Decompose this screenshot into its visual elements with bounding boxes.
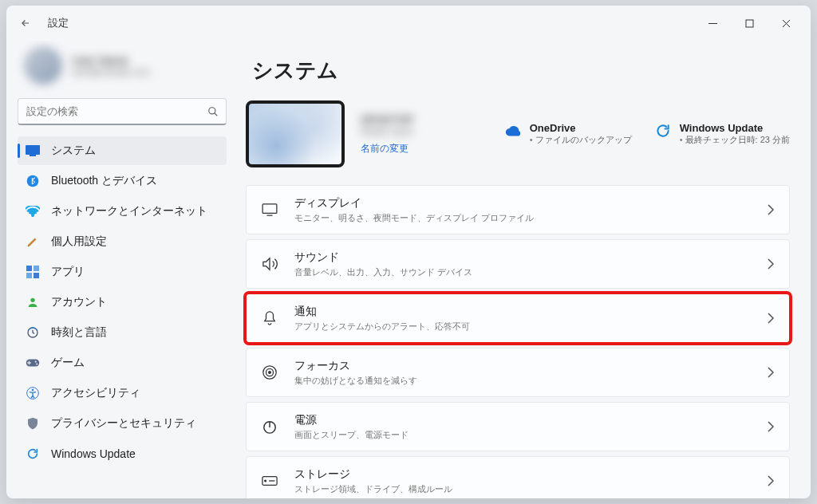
chevron-right-icon (767, 258, 775, 270)
onedrive-card[interactable]: OneDrive ファイルのバックアップ (504, 122, 632, 146)
gaming-icon (26, 356, 40, 370)
card-desc: ストレージ領域、ドライブ、構成ルール (294, 483, 452, 495)
svg-rect-8 (34, 273, 39, 278)
svg-point-9 (30, 298, 34, 302)
focus-icon (261, 364, 278, 381)
search-icon (207, 106, 219, 117)
profile-block[interactable]: User Name user@example.com (18, 41, 227, 90)
svg-point-15 (32, 389, 34, 392)
card-desc: モニター、明るさ、夜間モード、ディスプレイ プロファイル (294, 212, 534, 224)
svg-point-1 (209, 108, 215, 114)
sidebar-item-privacy[interactable]: プライバシーとセキュリティ (18, 409, 227, 438)
chevron-right-icon (767, 421, 775, 432)
content-area: システム DESKTOP Model name 名前の変更 OneDrive フ… (238, 41, 811, 498)
apps-icon (26, 265, 40, 279)
device-model: Model name (361, 126, 414, 137)
onedrive-sub: ファイルのバックアップ (530, 134, 632, 146)
accounts-icon (26, 295, 40, 309)
card-title: フォーカス (294, 359, 417, 373)
update-sub: 最終チェック日時: 23 分前 (680, 134, 790, 146)
search-input[interactable] (18, 98, 227, 125)
update-card[interactable]: Windows Update 最終チェック日時: 23 分前 (654, 122, 790, 146)
update-icon (26, 447, 40, 461)
card-sound[interactable]: サウンド 音量レベル、出力、入力、サウンド デバイス (246, 239, 790, 289)
display-icon (261, 201, 278, 219)
sidebar-item-label: 個人用設定 (51, 234, 107, 249)
card-focus[interactable]: フォーカス 集中の妨げとなる通知を減らす (246, 348, 790, 397)
sidebar-item-label: ゲーム (51, 356, 85, 370)
card-power[interactable]: 電源 画面とスリープ、電源モード (246, 402, 790, 451)
settings-card-list: ディスプレイ モニター、明るさ、夜間モード、ディスプレイ プロファイル サウンド… (246, 185, 790, 498)
shield-icon (26, 416, 40, 431)
update-title: Windows Update (680, 122, 790, 134)
sidebar-item-apps[interactable]: アプリ (18, 258, 227, 286)
svg-rect-6 (34, 266, 39, 271)
svg-rect-3 (30, 155, 36, 156)
sidebar-item-gaming[interactable]: ゲーム (18, 348, 227, 377)
device-thumbnail[interactable] (246, 100, 345, 167)
card-title: ディスプレイ (294, 196, 534, 211)
sidebar-item-label: アプリ (51, 265, 85, 279)
svg-rect-5 (26, 266, 32, 271)
sound-icon (261, 255, 278, 273)
sidebar-item-network[interactable]: ネットワークとインターネット (18, 197, 227, 226)
power-icon (261, 418, 278, 435)
chevron-right-icon (767, 313, 775, 324)
page-title: システム (252, 57, 790, 85)
rename-link[interactable]: 名前の変更 (361, 142, 414, 156)
minimize-button[interactable] (694, 10, 731, 36)
sidebar-item-label: ネットワークとインターネット (51, 204, 207, 219)
maximize-button[interactable] (731, 10, 768, 36)
back-button[interactable] (13, 10, 38, 36)
card-desc: アプリとシステムからのアラート、応答不可 (294, 321, 470, 333)
svg-point-4 (27, 175, 39, 187)
settings-window: 設定 User Name user@example.com (6, 6, 811, 498)
window-controls (694, 10, 804, 36)
svg-point-19 (269, 372, 271, 374)
card-storage[interactable]: ストレージ ストレージ領域、ドライブ、構成ルール (246, 456, 790, 498)
svg-point-13 (36, 363, 37, 364)
paintbrush-icon (26, 234, 40, 249)
sidebar: User Name user@example.com システム Bluetoot… (6, 41, 238, 498)
card-notifications[interactable]: 通知 アプリとシステムからのアラート、応答不可 (246, 293, 790, 343)
card-title: サウンド (294, 250, 472, 265)
sidebar-item-personalization[interactable]: 個人用設定 (18, 227, 227, 256)
sidebar-item-system[interactable]: システム (18, 136, 227, 165)
wifi-icon (26, 204, 40, 219)
sidebar-item-label: アカウント (51, 295, 107, 309)
chevron-right-icon (767, 475, 775, 486)
card-title: ストレージ (294, 467, 452, 482)
card-desc: 集中の妨げとなる通知を減らす (294, 375, 417, 387)
hero-row: DESKTOP Model name 名前の変更 OneDrive ファイルのバ… (246, 100, 790, 167)
sidebar-item-accounts[interactable]: アカウント (18, 288, 227, 317)
titlebar: 設定 (6, 6, 811, 41)
sidebar-item-label: アクセシビリティ (51, 386, 140, 400)
sidebar-item-update[interactable]: Windows Update (18, 439, 227, 468)
sidebar-item-label: Bluetooth とデバイス (51, 174, 157, 188)
sidebar-item-accessibility[interactable]: アクセシビリティ (18, 379, 227, 408)
card-title: 通知 (294, 305, 470, 319)
onedrive-title: OneDrive (530, 122, 632, 134)
svg-rect-7 (26, 273, 32, 278)
profile-text: User Name user@example.com (72, 54, 150, 77)
card-display[interactable]: ディスプレイ モニター、明るさ、夜間モード、ディスプレイ プロファイル (246, 185, 790, 234)
card-title: 電源 (294, 413, 408, 427)
svg-rect-2 (26, 145, 40, 155)
sidebar-item-time-language[interactable]: 時刻と言語 (18, 318, 227, 347)
sidebar-item-label: プライバシーとセキュリティ (51, 416, 196, 431)
chevron-right-icon (767, 204, 775, 215)
bell-icon (261, 309, 278, 327)
card-desc: 画面とスリープ、電源モード (294, 429, 408, 441)
sidebar-item-bluetooth[interactable]: Bluetooth とデバイス (18, 167, 227, 195)
card-desc: 音量レベル、出力、入力、サウンド デバイス (294, 266, 472, 278)
nav-list: システム Bluetooth とデバイス ネットワークとインターネット 個人用設… (18, 136, 227, 468)
sidebar-item-label: Windows Update (51, 447, 136, 460)
system-icon (26, 144, 40, 158)
avatar (24, 46, 62, 85)
device-name: DESKTOP (361, 113, 414, 126)
close-button[interactable] (768, 10, 804, 36)
search-container (18, 98, 227, 125)
accessibility-icon (26, 386, 40, 400)
storage-icon (261, 472, 278, 490)
bluetooth-icon (26, 174, 40, 188)
